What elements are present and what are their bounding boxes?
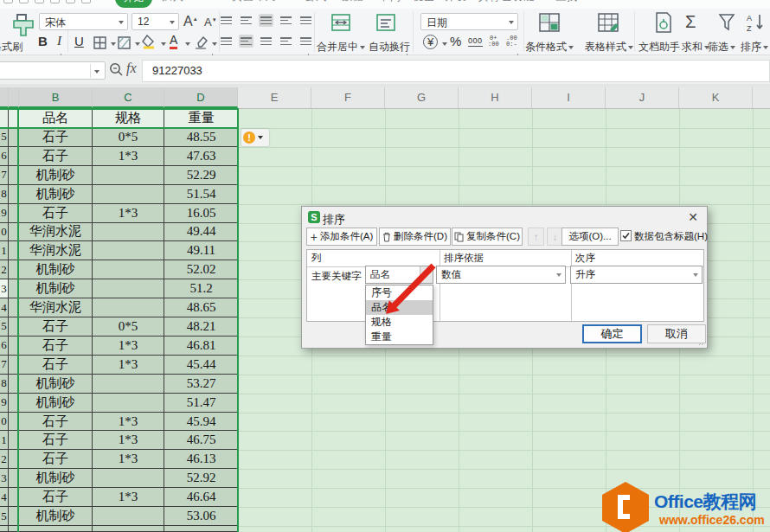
zoom-selection-icon[interactable] [109, 62, 124, 77]
cell[interactable]: 规格 [93, 109, 164, 128]
row-header-digit[interactable]: 8 [0, 375, 9, 394]
doc-assistant-icon[interactable] [653, 11, 674, 34]
header-checkbox-label[interactable]: 数据包含标题(H) [634, 230, 708, 243]
filter-icon[interactable] [718, 13, 735, 32]
cell[interactable]: 1*3 [93, 204, 164, 223]
cell[interactable]: 1*3 [93, 147, 164, 166]
format-painter-label[interactable]: 格式刷 [0, 40, 33, 54]
row-header-digit[interactable]: 0 [0, 413, 9, 432]
row-header-digit[interactable]: 4 [0, 488, 9, 507]
cell[interactable]: 0*5 [93, 317, 164, 337]
cell[interactable]: 华润水泥 [19, 241, 93, 260]
cell[interactable]: 石子 [19, 337, 93, 356]
cell[interactable]: 52.02 [164, 260, 238, 279]
cell[interactable] [93, 526, 164, 532]
halign-icon-4[interactable] [298, 35, 313, 48]
cell[interactable]: 49.44 [164, 223, 238, 242]
cell[interactable]: 华润水泥 [19, 223, 93, 242]
row-header-digit[interactable]: 7 [0, 166, 9, 185]
bold-button[interactable]: B [38, 34, 48, 48]
doc-assistant-label[interactable]: 文档助手 [638, 40, 680, 54]
cell[interactable]: 46.81 [164, 337, 238, 356]
fx-icon[interactable]: fx [126, 61, 137, 76]
name-box[interactable] [0, 61, 106, 80]
font-color-icon[interactable]: A [170, 34, 177, 49]
increase-font-icon[interactable]: A▲ [183, 14, 198, 29]
valign-icon-4[interactable] [298, 14, 313, 27]
font-name-select[interactable]: 宋体 [39, 13, 128, 30]
cell[interactable]: 48.65 [164, 298, 238, 317]
cell[interactable] [93, 241, 164, 260]
format-painter-icon[interactable] [10, 13, 36, 37]
row-header-digit[interactable]: 0 [0, 223, 9, 242]
column-header-F[interactable]: F [311, 87, 385, 108]
order-combo[interactable]: 升序 [570, 266, 703, 284]
sort-label[interactable]: 排序 [737, 40, 770, 54]
cell[interactable]: 机制砂 [19, 394, 93, 413]
cell[interactable] [93, 260, 164, 279]
italic-button[interactable]: I [57, 34, 61, 48]
cell[interactable]: 52.92 [164, 469, 238, 488]
column-header-K[interactable]: K [679, 87, 753, 108]
cell[interactable]: 华润水泥 [19, 298, 93, 317]
tab-home[interactable]: 开始 [115, 0, 152, 8]
table-style-label[interactable]: 表格样式 [585, 40, 633, 54]
column-header-J[interactable]: J [606, 87, 679, 108]
cell[interactable]: 48.21 [164, 317, 238, 337]
sum-label[interactable]: 求和 [682, 40, 708, 54]
cell[interactable]: 45.94 [164, 413, 238, 432]
cell[interactable] [93, 394, 164, 413]
sortby-combo[interactable]: 数值 [436, 266, 566, 284]
cell[interactable]: 品名 [19, 109, 93, 128]
underline-button[interactable]: U [74, 34, 84, 48]
cell[interactable]: 1*3 [93, 337, 164, 356]
row-header-digit[interactable]: 7 [0, 356, 9, 375]
halign-icon-1[interactable] [239, 35, 253, 48]
column-header-H[interactable]: H [459, 87, 532, 108]
cell[interactable]: 石子 [19, 450, 93, 469]
row-header-digit[interactable]: 1 [0, 431, 9, 450]
halign-icon-2[interactable] [259, 35, 273, 48]
row-header-digit[interactable]: 3 [0, 469, 9, 488]
cell[interactable]: 1*3 [93, 488, 164, 507]
column-header-D[interactable]: D [164, 87, 238, 108]
row-header-digit[interactable]: 5 [0, 317, 9, 337]
conditional-format-label[interactable]: 条件格式 [524, 40, 574, 54]
cell[interactable] [93, 223, 164, 242]
decrease-font-icon[interactable]: A▼ [204, 16, 217, 29]
filter-label[interactable]: 筛选 [708, 40, 735, 54]
halign-icon-3[interactable] [279, 35, 293, 48]
cell[interactable]: 51.47 [164, 394, 238, 413]
percent-icon[interactable]: % [450, 34, 461, 48]
row-header-digit[interactable]: 6 [0, 337, 9, 356]
tab-6[interactable]: 开发工具 [445, 0, 490, 4]
row-header-digit[interactable]: 9 [0, 394, 9, 413]
tab-3[interactable]: 数据 [342, 0, 364, 4]
valign-icon-3[interactable] [279, 14, 293, 27]
cell[interactable]: 机制砂 [19, 166, 93, 185]
row-header-digit[interactable]: 1 [0, 241, 9, 260]
cell-shading-icon[interactable] [118, 36, 131, 49]
row-header-digit[interactable]: 2 [0, 260, 9, 279]
cell[interactable]: 53.06 [164, 507, 238, 526]
tab-8[interactable]: 查找 [555, 0, 578, 4]
cell[interactable]: 49.11 [164, 241, 238, 260]
cell[interactable] [93, 507, 164, 526]
merge-center-icon[interactable] [330, 12, 351, 33]
row-header-digit[interactable]: 9 [0, 204, 9, 223]
close-icon[interactable]: ✕ [686, 210, 700, 224]
row-header-digit[interactable]: 6 [0, 147, 9, 166]
wrap-text-icon[interactable] [375, 12, 396, 33]
cell[interactable]: 45.44 [164, 356, 238, 375]
sort-icon[interactable]: AZ [746, 12, 767, 33]
cancel-button[interactable]: 取消 [647, 324, 706, 343]
currency-icon[interactable]: ¥ [423, 35, 438, 49]
tab-4[interactable]: 审阅 [379, 0, 401, 4]
cell[interactable]: 石子 [19, 413, 93, 432]
eraser-icon[interactable] [194, 35, 208, 49]
sum-icon[interactable]: Σ [685, 12, 696, 32]
row-header-digit[interactable]: 3 [0, 279, 9, 298]
row-header-digit[interactable]: 2 [0, 450, 9, 469]
conditional-format-icon[interactable] [538, 11, 561, 34]
column-header-B[interactable]: B [19, 87, 93, 108]
